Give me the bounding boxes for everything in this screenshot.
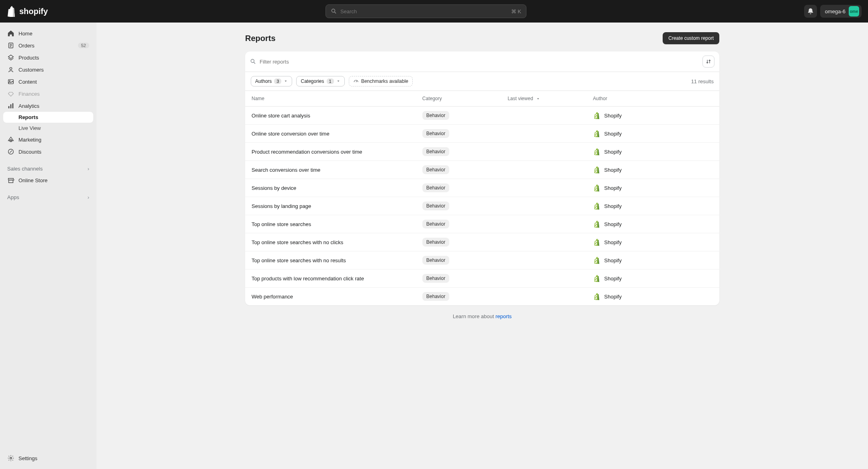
global-search[interactable]: ⌘ K — [326, 4, 526, 18]
table-row[interactable]: Top online store searches with no clicks… — [245, 233, 719, 251]
author-name: Shopify — [604, 113, 622, 119]
author-name: Shopify — [604, 203, 622, 209]
table-row[interactable]: Top online store searches Behavior Shopi… — [245, 215, 719, 233]
create-custom-report-button[interactable]: Create custom report — [663, 32, 719, 44]
report-author-cell: Shopify — [587, 143, 719, 161]
report-category-cell: Behavior — [416, 161, 501, 179]
filter-reports-input[interactable] — [260, 59, 699, 65]
table-row[interactable]: Search conversions over time Behavior Sh… — [245, 161, 719, 179]
sidebar-item-orders[interactable]: Orders 52 — [3, 39, 93, 51]
sidebar-subitem-reports[interactable]: Reports — [3, 112, 93, 123]
col-category[interactable]: Category — [416, 91, 501, 107]
report-category-cell: Behavior — [416, 251, 501, 269]
report-author-cell: Shopify — [587, 215, 719, 233]
notifications-button[interactable] — [804, 5, 817, 18]
table-row[interactable]: Web performance Behavior Shopify — [245, 288, 719, 306]
sidebar-item-finances[interactable]: Finances — [3, 88, 93, 100]
report-name: Top online store searches — [245, 215, 416, 233]
report-name: Online store cart analysis — [245, 107, 416, 125]
sidebar-item-online-store[interactable]: Online Store — [3, 174, 93, 186]
sidebar-item-products[interactable]: Products — [3, 51, 93, 64]
table-row[interactable]: Sessions by landing page Behavior Shopif… — [245, 197, 719, 215]
sidebar-item-discounts[interactable]: Discounts — [3, 146, 93, 158]
shopify-badge-icon — [593, 257, 600, 264]
sidebar-item-content[interactable]: Content — [3, 76, 93, 88]
table-row[interactable]: Top products with low recommendation cli… — [245, 269, 719, 288]
category-badge: Behavior — [422, 292, 449, 301]
search-shortcut: ⌘ K — [511, 8, 521, 14]
report-name: Web performance — [245, 288, 416, 306]
report-last-viewed — [501, 179, 586, 197]
table-row[interactable]: Online store cart analysis Behavior Shop… — [245, 107, 719, 125]
col-author[interactable]: Author — [587, 91, 719, 107]
table-row[interactable]: Product recommendation conversions over … — [245, 143, 719, 161]
svg-rect-4 — [8, 106, 10, 108]
footer-text: Learn more about reports — [245, 305, 719, 323]
reports-link[interactable]: reports — [495, 313, 512, 319]
benchmarks-label: Benchmarks available — [361, 78, 408, 84]
sales-channels-label: Sales channels — [7, 166, 43, 172]
report-category-cell: Behavior — [416, 179, 501, 197]
shopify-badge-icon — [593, 166, 600, 173]
category-badge: Behavior — [422, 202, 449, 210]
category-badge: Behavior — [422, 111, 449, 120]
report-category-cell: Behavior — [416, 269, 501, 288]
categories-filter[interactable]: Categories 1 — [296, 76, 344, 86]
chevron-right-icon: › — [88, 194, 89, 200]
sidebar: Home Orders 52 Products Customers Conten… — [0, 23, 96, 469]
report-author-cell: Shopify — [587, 161, 719, 179]
author-name: Shopify — [604, 221, 622, 227]
apps-header[interactable]: Apps › — [3, 192, 93, 203]
shopify-badge-icon — [593, 275, 600, 282]
table-row[interactable]: Sessions by device Behavior Shopify — [245, 179, 719, 197]
report-name: Sessions by device — [245, 179, 416, 197]
filter-bar — [245, 51, 719, 72]
table-row[interactable]: Top online store searches with no result… — [245, 251, 719, 269]
sidebar-item-marketing[interactable]: Marketing — [3, 134, 93, 146]
store-icon — [7, 177, 14, 184]
sidebar-item-label: Content — [18, 79, 37, 85]
category-badge: Behavior — [422, 220, 449, 228]
sort-button[interactable] — [702, 56, 714, 68]
sidebar-item-label: Discounts — [18, 149, 41, 155]
report-name: Top products with low recommendation cli… — [245, 269, 416, 288]
home-icon — [7, 30, 14, 37]
main-content: Reports Create custom report Authors 3 — [96, 23, 868, 469]
sidebar-item-label: Settings — [18, 455, 37, 461]
report-name: Product recommendation conversions over … — [245, 143, 416, 161]
report-last-viewed — [501, 251, 586, 269]
content-icon — [7, 78, 14, 85]
filter-label: Categories — [301, 78, 324, 84]
sidebar-item-customers[interactable]: Customers — [3, 64, 93, 76]
author-name: Shopify — [604, 167, 622, 173]
col-name[interactable]: Name — [245, 91, 416, 107]
category-badge: Behavior — [422, 274, 449, 283]
benchmarks-filter[interactable]: Benchmarks available — [349, 76, 413, 86]
col-last-viewed[interactable]: Last viewed — [501, 91, 586, 107]
report-author-cell: Shopify — [587, 233, 719, 251]
category-badge: Behavior — [422, 238, 449, 247]
sales-channels-header[interactable]: Sales channels › — [3, 163, 93, 174]
sidebar-item-label: Analytics — [18, 103, 39, 109]
sidebar-item-analytics[interactable]: Analytics — [3, 100, 93, 112]
report-last-viewed — [501, 288, 586, 306]
sidebar-item-settings[interactable]: Settings — [3, 452, 93, 464]
author-name: Shopify — [604, 149, 622, 155]
sidebar-item-home[interactable]: Home — [3, 27, 93, 39]
filter-count: 3 — [274, 78, 281, 84]
sidebar-subitem-live-view[interactable]: Live View — [3, 123, 93, 134]
report-name: Top online store searches with no clicks — [245, 233, 416, 251]
analytics-icon — [7, 102, 14, 109]
discounts-icon — [7, 148, 14, 155]
global-search-input[interactable] — [340, 8, 508, 14]
report-author-cell: Shopify — [587, 251, 719, 269]
shopify-badge-icon — [593, 112, 600, 119]
svg-rect-5 — [10, 104, 12, 108]
store-switcher[interactable]: omega-6 ome — [820, 5, 862, 18]
report-author-cell: Shopify — [587, 107, 719, 125]
report-author-cell: Shopify — [587, 179, 719, 197]
svg-point-3 — [9, 80, 10, 81]
authors-filter[interactable]: Authors 3 — [251, 76, 292, 86]
table-row[interactable]: Online store conversion over time Behavi… — [245, 125, 719, 143]
report-last-viewed — [501, 107, 586, 125]
